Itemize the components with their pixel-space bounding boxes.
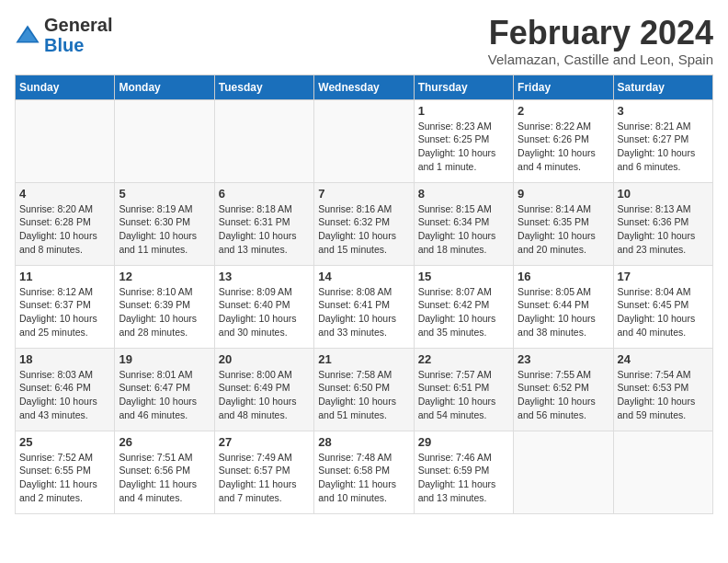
header: General Blue February 2024 Velamazan, Ca… <box>15 15 713 67</box>
day-number: 1 <box>418 104 509 118</box>
day-info: Sunrise: 8:19 AM Sunset: 6:30 PM Dayligh… <box>119 202 210 257</box>
calendar-cell: 22Sunrise: 7:57 AM Sunset: 6:51 PM Dayli… <box>414 348 513 431</box>
calendar-cell <box>115 99 214 182</box>
calendar-cell: 4Sunrise: 8:20 AM Sunset: 6:28 PM Daylig… <box>16 182 115 265</box>
day-number: 27 <box>219 435 310 449</box>
calendar-cell: 1Sunrise: 8:23 AM Sunset: 6:25 PM Daylig… <box>414 99 513 182</box>
day-info: Sunrise: 8:21 AM Sunset: 6:27 PM Dayligh… <box>618 120 709 174</box>
calendar-cell: 14Sunrise: 8:08 AM Sunset: 6:41 PM Dayli… <box>314 265 414 348</box>
day-info: Sunrise: 7:58 AM Sunset: 6:50 PM Dayligh… <box>318 368 409 422</box>
day-info: Sunrise: 8:09 AM Sunset: 6:40 PM Dayligh… <box>219 285 310 339</box>
day-info: Sunrise: 8:05 AM Sunset: 6:44 PM Dayligh… <box>518 285 609 339</box>
day-info: Sunrise: 7:51 AM Sunset: 6:56 PM Dayligh… <box>119 451 210 505</box>
day-number: 18 <box>19 352 110 366</box>
logo-icon <box>15 22 40 48</box>
day-number: 4 <box>19 187 110 201</box>
week-row-2: 4Sunrise: 8:20 AM Sunset: 6:28 PM Daylig… <box>16 182 713 265</box>
day-info: Sunrise: 8:03 AM Sunset: 6:46 PM Dayligh… <box>19 368 110 422</box>
calendar-cell: 24Sunrise: 7:54 AM Sunset: 6:53 PM Dayli… <box>613 348 712 431</box>
calendar-cell: 19Sunrise: 8:01 AM Sunset: 6:47 PM Dayli… <box>115 348 214 431</box>
logo: General Blue <box>15 15 112 55</box>
day-info: Sunrise: 8:20 AM Sunset: 6:28 PM Dayligh… <box>19 202 110 257</box>
calendar-cell: 5Sunrise: 8:19 AM Sunset: 6:30 PM Daylig… <box>115 182 214 265</box>
weekday-header-friday: Friday <box>514 75 613 99</box>
day-info: Sunrise: 8:14 AM Sunset: 6:35 PM Dayligh… <box>518 202 609 257</box>
day-number: 25 <box>19 435 110 449</box>
day-number: 10 <box>618 187 709 201</box>
day-number: 9 <box>518 187 609 201</box>
day-number: 19 <box>119 352 210 366</box>
day-info: Sunrise: 7:55 AM Sunset: 6:52 PM Dayligh… <box>518 368 609 422</box>
day-info: Sunrise: 8:01 AM Sunset: 6:47 PM Dayligh… <box>119 368 210 422</box>
calendar-cell: 16Sunrise: 8:05 AM Sunset: 6:44 PM Dayli… <box>514 265 613 348</box>
day-number: 16 <box>518 270 609 283</box>
calendar-cell: 6Sunrise: 8:18 AM Sunset: 6:31 PM Daylig… <box>214 182 313 265</box>
day-number: 26 <box>119 435 210 449</box>
calendar-cell: 18Sunrise: 8:03 AM Sunset: 6:46 PM Dayli… <box>16 348 115 431</box>
calendar-cell: 25Sunrise: 7:52 AM Sunset: 6:55 PM Dayli… <box>16 431 115 513</box>
calendar-cell: 28Sunrise: 7:48 AM Sunset: 6:58 PM Dayli… <box>314 431 414 513</box>
day-number: 3 <box>618 104 709 118</box>
week-row-5: 25Sunrise: 7:52 AM Sunset: 6:55 PM Dayli… <box>16 431 713 513</box>
day-number: 22 <box>418 352 509 366</box>
title-section: February 2024 Velamazan, Castille and Le… <box>488 15 713 67</box>
calendar-cell: 17Sunrise: 8:04 AM Sunset: 6:45 PM Dayli… <box>613 265 712 348</box>
day-info: Sunrise: 8:18 AM Sunset: 6:31 PM Dayligh… <box>219 202 310 257</box>
day-info: Sunrise: 7:57 AM Sunset: 6:51 PM Dayligh… <box>418 368 509 422</box>
day-number: 29 <box>418 435 509 449</box>
day-info: Sunrise: 8:22 AM Sunset: 6:26 PM Dayligh… <box>518 120 609 174</box>
day-info: Sunrise: 8:15 AM Sunset: 6:34 PM Dayligh… <box>418 202 509 257</box>
day-info: Sunrise: 8:00 AM Sunset: 6:49 PM Dayligh… <box>219 368 310 422</box>
calendar-cell <box>514 431 613 513</box>
day-number: 24 <box>618 352 709 366</box>
day-info: Sunrise: 7:46 AM Sunset: 6:59 PM Dayligh… <box>418 451 509 505</box>
weekday-header-sunday: Sunday <box>16 75 115 99</box>
weekday-header-thursday: Thursday <box>414 75 513 99</box>
day-info: Sunrise: 7:54 AM Sunset: 6:53 PM Dayligh… <box>618 368 709 422</box>
day-info: Sunrise: 7:48 AM Sunset: 6:58 PM Dayligh… <box>318 451 409 505</box>
calendar-cell: 8Sunrise: 8:15 AM Sunset: 6:34 PM Daylig… <box>414 182 513 265</box>
calendar-cell: 2Sunrise: 8:22 AM Sunset: 6:26 PM Daylig… <box>514 99 613 182</box>
day-info: Sunrise: 7:52 AM Sunset: 6:55 PM Dayligh… <box>19 451 110 505</box>
day-number: 11 <box>19 270 110 283</box>
day-number: 14 <box>318 270 409 283</box>
calendar-table: SundayMondayTuesdayWednesdayThursdayFrid… <box>15 75 713 514</box>
day-number: 12 <box>119 270 210 283</box>
weekday-header-wednesday: Wednesday <box>314 75 414 99</box>
day-number: 2 <box>518 104 609 118</box>
day-number: 21 <box>318 352 409 366</box>
calendar-cell: 12Sunrise: 8:10 AM Sunset: 6:39 PM Dayli… <box>115 265 214 348</box>
day-number: 6 <box>219 187 310 201</box>
week-row-4: 18Sunrise: 8:03 AM Sunset: 6:46 PM Dayli… <box>16 348 713 431</box>
calendar-cell: 13Sunrise: 8:09 AM Sunset: 6:40 PM Dayli… <box>214 265 313 348</box>
month-title: February 2024 <box>488 15 713 52</box>
calendar-cell <box>613 431 712 513</box>
calendar-cell <box>214 99 313 182</box>
calendar-cell: 11Sunrise: 8:12 AM Sunset: 6:37 PM Dayli… <box>16 265 115 348</box>
day-info: Sunrise: 8:08 AM Sunset: 6:41 PM Dayligh… <box>318 285 409 339</box>
day-info: Sunrise: 8:04 AM Sunset: 6:45 PM Dayligh… <box>618 285 709 339</box>
weekday-header-monday: Monday <box>115 75 214 99</box>
logo-text: General Blue <box>44 15 112 55</box>
calendar-cell: 15Sunrise: 8:07 AM Sunset: 6:42 PM Dayli… <box>414 265 513 348</box>
calendar-cell: 3Sunrise: 8:21 AM Sunset: 6:27 PM Daylig… <box>613 99 712 182</box>
calendar-cell: 29Sunrise: 7:46 AM Sunset: 6:59 PM Dayli… <box>414 431 513 513</box>
day-number: 5 <box>119 187 210 201</box>
calendar-cell: 21Sunrise: 7:58 AM Sunset: 6:50 PM Dayli… <box>314 348 414 431</box>
day-number: 7 <box>318 187 409 201</box>
calendar-cell <box>314 99 414 182</box>
day-number: 15 <box>418 270 509 283</box>
day-number: 13 <box>219 270 310 283</box>
week-row-3: 11Sunrise: 8:12 AM Sunset: 6:37 PM Dayli… <box>16 265 713 348</box>
day-info: Sunrise: 8:12 AM Sunset: 6:37 PM Dayligh… <box>19 285 110 339</box>
calendar-cell: 10Sunrise: 8:13 AM Sunset: 6:36 PM Dayli… <box>613 182 712 265</box>
calendar-cell: 26Sunrise: 7:51 AM Sunset: 6:56 PM Dayli… <box>115 431 214 513</box>
day-number: 28 <box>318 435 409 449</box>
weekday-header-tuesday: Tuesday <box>214 75 313 99</box>
day-info: Sunrise: 8:13 AM Sunset: 6:36 PM Dayligh… <box>618 202 709 257</box>
day-info: Sunrise: 8:23 AM Sunset: 6:25 PM Dayligh… <box>418 120 509 174</box>
calendar-cell <box>16 99 115 182</box>
day-number: 17 <box>618 270 709 283</box>
day-info: Sunrise: 7:49 AM Sunset: 6:57 PM Dayligh… <box>219 451 310 505</box>
day-number: 20 <box>219 352 310 366</box>
